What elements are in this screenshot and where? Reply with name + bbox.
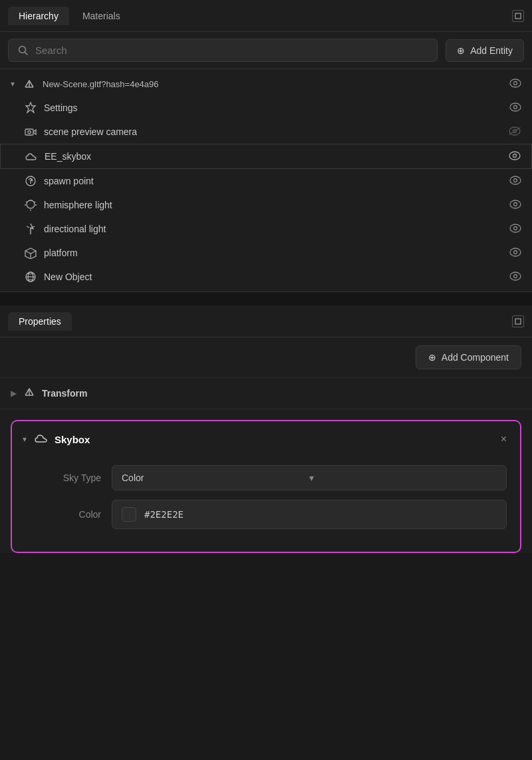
settings-icon bbox=[24, 101, 37, 114]
skybox-chevron-icon: ▾ bbox=[23, 435, 27, 444]
hierarchy-item-newobj[interactable]: New Object bbox=[0, 265, 532, 289]
sky-type-option: Color bbox=[122, 473, 309, 483]
skybox-component-header[interactable]: ▾ Skybox × bbox=[12, 421, 520, 457]
color-value: #2E2E2E bbox=[112, 500, 507, 529]
svg-point-15 bbox=[513, 154, 517, 157]
hierarchy-item-hemilight[interactable]: hemisphere light bbox=[0, 193, 532, 217]
root-label: New-Scene.gltf?hash=4e4a96 bbox=[43, 79, 503, 89]
sky-type-select[interactable]: Color ▾ bbox=[112, 465, 507, 490]
add-entity-label: Add Entity bbox=[470, 45, 513, 56]
svg-point-6 bbox=[514, 81, 517, 85]
hierarchy-panel: Hierarchy Materials ⊕ Add Entity ▾ bbox=[0, 0, 532, 292]
svg-rect-0 bbox=[515, 13, 521, 19]
spawn-icon bbox=[24, 174, 37, 188]
hemilight-label: hemisphere light bbox=[44, 200, 503, 210]
svg-point-29 bbox=[510, 224, 521, 232]
chevron-down-select-icon: ▾ bbox=[309, 473, 497, 483]
directional-light-icon bbox=[24, 222, 37, 236]
chevron-right-icon: ▶ bbox=[11, 389, 17, 398]
svg-point-18 bbox=[514, 178, 517, 182]
svg-point-9 bbox=[514, 105, 517, 108]
new-object-icon bbox=[24, 270, 37, 284]
search-bar: ⊕ Add Entity bbox=[0, 32, 532, 69]
svg-point-26 bbox=[514, 202, 517, 206]
skybox-component-section: ▾ Skybox × Sky Type Color ▾ bbox=[11, 420, 521, 553]
color-hex-value: #2E2E2E bbox=[144, 509, 184, 520]
color-row: Color #2E2E2E bbox=[25, 500, 507, 529]
camera-icon bbox=[24, 125, 37, 138]
spawn-label: spawn point bbox=[44, 176, 503, 186]
hierarchy-item-platform[interactable]: platform bbox=[0, 241, 532, 265]
hierarchy-item-spawn[interactable]: spawn point bbox=[0, 169, 532, 193]
svg-point-33 bbox=[514, 250, 517, 254]
sky-type-value: Color ▾ bbox=[112, 465, 507, 490]
skybox-component-icon bbox=[33, 432, 48, 447]
hierarchy-item-skybox[interactable]: EE_skybox bbox=[0, 144, 532, 169]
color-label: Color bbox=[25, 509, 112, 520]
color-picker-trigger[interactable]: #2E2E2E bbox=[112, 500, 507, 529]
color-swatch bbox=[122, 507, 136, 522]
tab-materials[interactable]: Materials bbox=[72, 7, 131, 25]
svg-point-17 bbox=[510, 176, 521, 184]
add-entity-button[interactable]: ⊕ Add Entity bbox=[446, 39, 524, 62]
svg-point-25 bbox=[510, 200, 521, 208]
props-tab-bar: Properties bbox=[0, 305, 532, 337]
platform-icon bbox=[24, 246, 37, 260]
visibility-icon[interactable] bbox=[509, 151, 521, 162]
chevron-down-icon: ▾ bbox=[11, 79, 15, 89]
search-icon bbox=[18, 45, 29, 56]
add-entity-icon: ⊕ bbox=[457, 45, 465, 56]
svg-point-30 bbox=[514, 226, 517, 230]
hierarchy-list: ▾ New-Scene.gltf?hash=4e4a96 Settings bbox=[0, 69, 532, 291]
skybox-component-label: Skybox bbox=[55, 434, 491, 445]
visibility-icon[interactable] bbox=[509, 224, 521, 235]
hierarchy-item-settings[interactable]: Settings bbox=[0, 96, 532, 120]
sky-type-row: Sky Type Color ▾ bbox=[25, 465, 507, 490]
svg-point-11 bbox=[28, 130, 31, 133]
visibility-icon[interactable] bbox=[509, 79, 521, 90]
tab-hierarchy[interactable]: Hierarchy bbox=[8, 7, 69, 25]
svg-line-27 bbox=[27, 226, 29, 228]
skybox-close-button[interactable]: × bbox=[498, 431, 509, 448]
props-window-resize-button[interactable] bbox=[512, 315, 524, 327]
transform-icon bbox=[23, 386, 35, 401]
window-resize-button[interactable] bbox=[512, 10, 524, 22]
add-component-button[interactable]: ⊕ Add Component bbox=[416, 345, 521, 369]
svg-line-2 bbox=[25, 52, 28, 55]
hierarchy-item-camera[interactable]: scene preview camera bbox=[0, 120, 532, 144]
tab-properties[interactable]: Properties bbox=[8, 312, 72, 331]
transform-label: Transform bbox=[42, 388, 87, 399]
panel-gap bbox=[0, 292, 532, 305]
hemisphere-light-icon bbox=[24, 198, 37, 212]
svg-point-38 bbox=[514, 274, 517, 278]
visibility-icon[interactable] bbox=[509, 248, 521, 259]
dirlight-label: directional light bbox=[44, 224, 503, 234]
root-icon bbox=[23, 77, 36, 91]
svg-point-8 bbox=[510, 103, 521, 111]
properties-panel: Properties ⊕ Add Component ▶ Transform ▾ bbox=[0, 305, 532, 553]
visibility-icon[interactable] bbox=[509, 272, 521, 283]
search-input[interactable] bbox=[35, 45, 428, 56]
platform-label: platform bbox=[44, 248, 503, 258]
svg-point-5 bbox=[510, 79, 521, 87]
camera-label: scene preview camera bbox=[44, 126, 501, 137]
svg-rect-39 bbox=[515, 319, 521, 324]
visibility-icon[interactable] bbox=[509, 176, 521, 187]
svg-line-21 bbox=[35, 202, 36, 203]
props-toolbar: ⊕ Add Component bbox=[0, 337, 532, 378]
svg-point-37 bbox=[510, 272, 521, 280]
transform-section[interactable]: ▶ Transform bbox=[0, 378, 532, 409]
hierarchy-item-root[interactable]: ▾ New-Scene.gltf?hash=4e4a96 bbox=[0, 72, 532, 96]
top-tab-bar: Hierarchy Materials bbox=[0, 0, 532, 32]
visibility-icon[interactable] bbox=[509, 102, 521, 114]
search-input-wrap[interactable] bbox=[8, 39, 438, 62]
hierarchy-item-dirlight[interactable]: directional light bbox=[0, 217, 532, 241]
visibility-closed-icon[interactable] bbox=[508, 126, 521, 138]
svg-marker-7 bbox=[26, 102, 35, 112]
settings-label: Settings bbox=[44, 102, 503, 113]
visibility-icon[interactable] bbox=[509, 200, 521, 211]
skybox-label: EE_skybox bbox=[45, 151, 502, 162]
add-component-label: Add Component bbox=[442, 352, 509, 363]
skybox-body: Sky Type Color ▾ Color #2E2E2E bbox=[12, 457, 520, 552]
svg-line-20 bbox=[26, 202, 27, 203]
